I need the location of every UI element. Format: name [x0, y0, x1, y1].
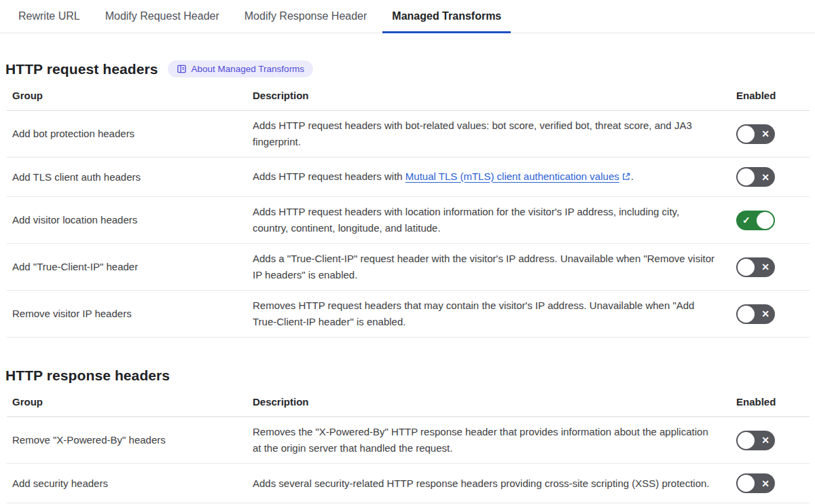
- table-header-row: Group Description Enabled: [7, 391, 810, 417]
- x-icon: ✕: [761, 309, 769, 319]
- toggle-knob: [738, 259, 755, 276]
- group-cell: Add visitor location headers: [7, 205, 253, 235]
- group-cell: Add security headers: [7, 469, 253, 499]
- description-cell: Adds several security-related HTTP respo…: [253, 469, 736, 499]
- group-cell: Remove "X-Powered-By" headers: [7, 425, 253, 455]
- request-headers-title: HTTP request headers: [5, 61, 158, 77]
- toggle-knob: [738, 432, 755, 449]
- request-headers-table: Group Description Enabled Add bot protec…: [7, 84, 810, 338]
- group-cell: Remove visitor IP headers: [7, 299, 253, 329]
- column-header-description: Description: [253, 84, 736, 110]
- toggle-knob: [738, 475, 755, 492]
- response-headers-table: Group Description Enabled Remove "X-Powe…: [7, 391, 810, 503]
- tab-modify-request-header[interactable]: Modify Request Header: [96, 0, 229, 33]
- tab-managed-transforms[interactable]: Managed Transforms: [382, 0, 511, 33]
- toggle-remove-x-powered-by[interactable]: ✕: [736, 431, 775, 450]
- x-icon: ✕: [761, 479, 769, 488]
- toggle-knob: [738, 126, 755, 143]
- table-row-tls-client-auth: Add TLS client auth headers Adds HTTP re…: [7, 158, 810, 197]
- table-row-security-headers: Add security headers Adds several securi…: [7, 464, 810, 503]
- external-link-icon: [621, 170, 631, 186]
- request-headers-section-head: HTTP request headers About Managed Trans…: [5, 60, 815, 77]
- about-badge-label: About Managed Transforms: [192, 64, 305, 74]
- description-cell: Removes the "X-Powered-By" HTTP response…: [253, 417, 736, 463]
- table-row-bot-protection: Add bot protection headers Adds HTTP req…: [7, 111, 810, 158]
- x-icon: ✕: [761, 173, 769, 182]
- book-icon: [177, 64, 187, 74]
- description-cell: Adds a "True-Client-IP" request header w…: [253, 244, 736, 290]
- toggle-knob: [757, 212, 774, 229]
- toggle-visitor-location-headers[interactable]: ✓: [736, 211, 775, 230]
- group-cell: Add TLS client auth headers: [7, 162, 253, 192]
- check-icon: ✓: [742, 215, 750, 225]
- group-cell: Add "True-Client-IP" header: [7, 252, 253, 282]
- toggle-knob: [738, 168, 755, 185]
- toggle-knob: [738, 306, 755, 323]
- table-row-x-powered-by: Remove "X-Powered-By" headers Removes th…: [7, 417, 810, 464]
- tab-modify-response-header[interactable]: Modify Response Header: [235, 0, 377, 33]
- table-row-remove-visitor-ip: Remove visitor IP headers Removes HTTP r…: [7, 291, 810, 338]
- table-row-visitor-location: Add visitor location headers Adds HTTP r…: [7, 197, 810, 244]
- table-row-true-client-ip: Add "True-Client-IP" header Adds a "True…: [7, 244, 810, 291]
- x-icon: ✕: [761, 129, 769, 139]
- toggle-bot-protection-headers[interactable]: ✕: [736, 124, 775, 144]
- tab-rewrite-url[interactable]: Rewrite URL: [9, 0, 90, 33]
- column-header-group: Group: [7, 84, 253, 110]
- column-header-group: Group: [7, 391, 253, 416]
- description-cell: Adds HTTP request headers with bot-relat…: [253, 111, 736, 157]
- response-headers-title: HTTP response headers: [5, 367, 170, 384]
- column-header-description: Description: [253, 391, 736, 416]
- toggle-add-security-headers[interactable]: ✕: [736, 473, 775, 493]
- toggle-tls-client-auth-headers[interactable]: ✕: [736, 167, 775, 187]
- about-managed-transforms-badge[interactable]: About Managed Transforms: [168, 60, 314, 77]
- table-header-row: Group Description Enabled: [7, 84, 810, 111]
- mtls-docs-link[interactable]: Mutual TLS (mTLS) client authentication …: [405, 170, 619, 182]
- column-header-enabled: Enabled: [736, 391, 810, 416]
- description-cell: Removes HTTP request headers that may co…: [253, 291, 736, 337]
- toggle-remove-visitor-ip-headers[interactable]: ✕: [736, 304, 775, 324]
- description-cell: Adds HTTP request headers with Mutual TL…: [253, 162, 736, 193]
- column-header-enabled: Enabled: [736, 84, 810, 110]
- x-icon: ✕: [761, 435, 769, 445]
- description-text: .: [631, 170, 634, 182]
- toggle-true-client-ip-header[interactable]: ✕: [736, 257, 775, 277]
- transform-rules-tabbar: Rewrite URL Modify Request Header Modify…: [0, 0, 815, 33]
- description-text: Adds HTTP request headers with: [253, 170, 405, 182]
- description-cell: Adds HTTP request headers with location …: [253, 197, 736, 243]
- x-icon: ✕: [761, 262, 769, 272]
- response-headers-section-head: HTTP response headers: [5, 367, 815, 384]
- group-cell: Add bot protection headers: [7, 119, 253, 149]
